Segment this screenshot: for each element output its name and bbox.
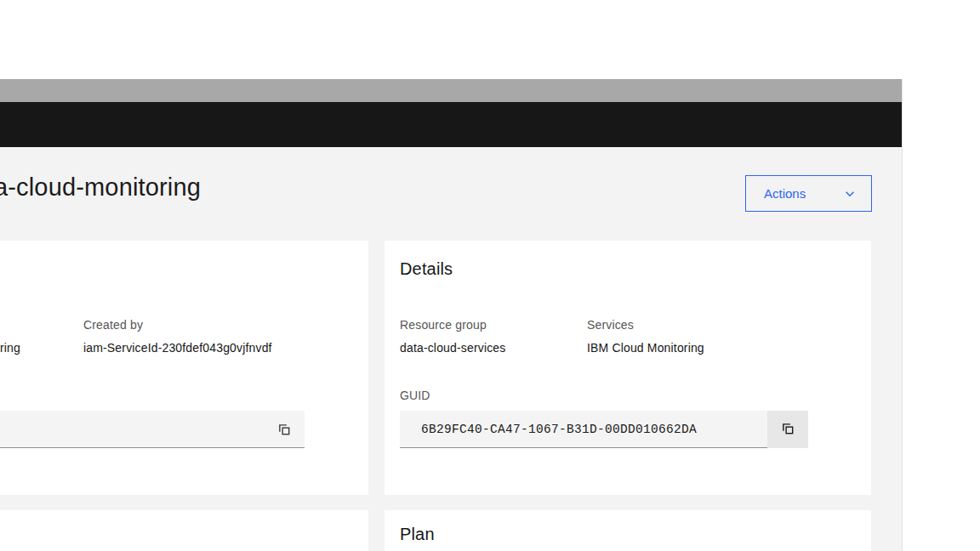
chevron-down-icon (844, 188, 856, 200)
cropped-copy-field[interactable] (0, 411, 305, 448)
details-card: Details Resource group data-cloud-servic… (385, 241, 871, 495)
guid-copy-button[interactable] (767, 411, 808, 448)
actions-button[interactable]: Actions (745, 175, 872, 212)
copy-icon (277, 423, 292, 437)
app-window: a-cloud-monitoring Actions ring Created … (0, 79, 903, 551)
global-header-bar (0, 102, 902, 147)
page: a-cloud-monitoring Actions ring Created … (0, 0, 980, 551)
page-title: a-cloud-monitoring (0, 173, 201, 202)
copy-icon (781, 422, 795, 436)
plan-card: Plan (385, 510, 871, 551)
overview-card: ring Created by iam-ServiceId-230fdef043… (0, 241, 368, 495)
page-content: a-cloud-monitoring Actions ring Created … (0, 147, 902, 551)
bottom-left-card (0, 510, 368, 551)
top-gray-bar (0, 79, 902, 102)
details-card-title: Details (400, 259, 453, 279)
guid-value: 6B29FC40-CA47-1067-B31D-00DD010662DA (400, 423, 767, 436)
copy-button[interactable] (277, 422, 293, 437)
guid-label: GUID (400, 389, 430, 402)
guid-field[interactable]: 6B29FC40-CA47-1067-B31D-00DD010662DA (400, 411, 808, 448)
resource-group-value: data-cloud-services (400, 341, 505, 355)
services-label: Services (587, 318, 634, 332)
actions-button-label: Actions (764, 186, 806, 201)
cropped-field-value: ring (0, 341, 20, 355)
resource-group-label: Resource group (400, 318, 487, 332)
created-by-value: iam-ServiceId-230fdef043g0vjfnvdf (83, 341, 272, 355)
services-value: IBM Cloud Monitoring (587, 341, 704, 355)
plan-card-title: Plan (400, 525, 435, 544)
created-by-label: Created by (83, 318, 143, 332)
